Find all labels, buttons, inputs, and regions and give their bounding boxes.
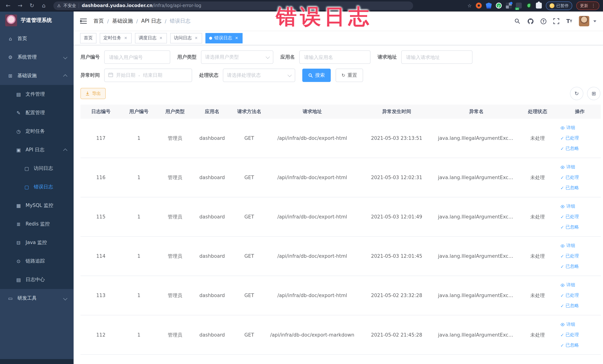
sidebar-item-config-management[interactable]: ✎ 配置管理 (0, 104, 73, 122)
detail-link[interactable]: 详细 (560, 321, 575, 328)
eye-icon (560, 126, 565, 130)
sidebar-item-access-log[interactable]: ▢ 访问日志 (0, 159, 73, 178)
extensions-puzzle-icon[interactable] (536, 3, 542, 9)
bookmark-star-icon[interactable]: ☆ (467, 3, 472, 8)
sidebar-item-trace[interactable]: ⊙ 链路追踪 (0, 252, 73, 270)
check-icon: ✓ (560, 254, 564, 259)
check-icon: ✓ (560, 332, 564, 338)
update-badge[interactable]: 更新⋮ (576, 1, 599, 10)
forward-icon[interactable]: → (16, 1, 24, 10)
avatar-caret-icon[interactable] (593, 20, 596, 22)
extension-on-icon[interactable] (516, 3, 522, 9)
extension-orange-icon[interactable] (476, 3, 482, 9)
extension-shield-icon[interactable] (486, 3, 492, 9)
user-id-label: 用户编号 (81, 54, 100, 60)
help-icon[interactable]: ? (540, 18, 547, 24)
tab-schedule-log[interactable]: 调度日志✕ (135, 33, 167, 43)
close-icon[interactable]: ✕ (234, 36, 239, 40)
sidebar-item-label: 系统管理 (17, 54, 37, 60)
sidebar-item-api-log[interactable]: ▣ API 日志 (0, 141, 73, 159)
detail-link[interactable]: 详细 (560, 243, 575, 249)
not-secure-label: 不安全 (63, 3, 76, 8)
screen: ← → ↻ ⌂ ⚠ 不安全 dashboard.yudao.iocoder.cn… (0, 0, 603, 364)
font-size-icon[interactable]: TT (566, 18, 573, 24)
user-type-select[interactable]: 请选择用户类型 (201, 50, 273, 64)
extension-grid-icon[interactable] (506, 3, 512, 9)
breadcrumb-infrastructure[interactable]: 基础设施 (112, 18, 133, 24)
sidebar-item-mysql-monitor[interactable]: ▦ MySQL 监控 (0, 196, 73, 215)
sidebar-item-system-management[interactable]: ⚙ 系统管理 (0, 48, 73, 66)
processed-link[interactable]: ✓已处理 (560, 135, 579, 141)
sidebar-item-home[interactable]: ⌂ 首页 (0, 29, 73, 48)
request-url-input[interactable] (401, 50, 473, 64)
processed-link[interactable]: ✓已处理 (560, 214, 579, 220)
close-icon[interactable]: ✕ (123, 36, 128, 40)
extension-green-icon[interactable]: y (496, 3, 502, 9)
detail-link[interactable]: 详细 (560, 203, 575, 210)
breadcrumb-api-log[interactable]: API 日志 (141, 18, 162, 24)
search-button[interactable]: 搜索 (302, 69, 331, 82)
reset-button[interactable]: ↻ 重置 (336, 69, 363, 82)
sidebar-item-infrastructure[interactable]: ⊞ 基础设施 (0, 66, 73, 85)
exception-time-range-picker[interactable]: 开始日期 - 结束日期 (104, 69, 192, 82)
cell-user-id: 1 (121, 135, 156, 141)
close-icon[interactable]: ✕ (159, 36, 163, 40)
file-icon: ▤ (16, 91, 22, 97)
back-icon[interactable]: ← (4, 1, 13, 10)
collapse-sidebar-icon[interactable] (80, 17, 88, 25)
detail-link[interactable]: 详细 (560, 282, 575, 288)
app-title: 芋道管理系统 (21, 17, 52, 24)
export-button[interactable]: 导出 (81, 88, 106, 99)
detail-link[interactable]: 详细 (560, 164, 575, 170)
sidebar-item-log-center[interactable]: ▤ 日志中心 (0, 270, 73, 289)
address-bar[interactable]: ⚠ 不安全 dashboard.yudao.iocoder.cn/infra/l… (53, 1, 413, 10)
user-id-input[interactable] (104, 50, 170, 64)
processed-link[interactable]: ✓已处理 (560, 292, 579, 299)
ignored-link[interactable]: ✓已忽略 (560, 224, 579, 230)
tab-scheduled-tasks[interactable]: 定时任务✕ (100, 33, 132, 43)
user-avatar[interactable] (579, 16, 589, 26)
processed-link[interactable]: ✓已处理 (560, 174, 579, 181)
cell-method: GET (231, 253, 268, 259)
ignored-link[interactable]: ✓已忽略 (560, 185, 579, 191)
process-status-select[interactable]: 请选择处理状态 (223, 69, 295, 82)
extension-sprout-icon[interactable] (526, 3, 532, 9)
search-icon[interactable] (514, 18, 521, 24)
ignored-link[interactable]: ✓已忽略 (560, 263, 579, 270)
home-icon[interactable]: ⌂ (39, 1, 48, 10)
paused-badge[interactable]: 已暂停 (546, 1, 572, 10)
detail-link[interactable]: 详细 (560, 125, 575, 131)
ignored-link[interactable]: ✓已忽略 (560, 342, 579, 348)
processed-link[interactable]: ✓已处理 (560, 332, 579, 338)
check-icon: ✓ (560, 175, 564, 180)
ignored-link[interactable]: ✓已忽略 (560, 145, 579, 152)
tab-access-log[interactable]: 访问日志✕ (170, 33, 202, 43)
check-icon: ✓ (560, 146, 564, 151)
app-name-input[interactable] (299, 50, 370, 64)
github-icon[interactable] (527, 18, 534, 24)
reload-icon[interactable]: ↻ (27, 1, 36, 10)
sidebar-item-dev-tools[interactable]: ▭ 研发工具 (0, 289, 73, 307)
refresh-button[interactable]: ↻ (570, 87, 583, 100)
sidebar-item-file-management[interactable]: ▤ 文件管理 (0, 85, 73, 104)
close-icon[interactable]: ✕ (194, 36, 198, 40)
sidebar-item-error-log[interactable]: ▢ 错误日志 (0, 178, 73, 196)
eye-icon (560, 204, 565, 209)
check-icon: ✓ (560, 303, 564, 308)
column-settings-button[interactable]: ⊞ (587, 87, 600, 100)
tab-home[interactable]: 首页 (80, 33, 96, 43)
sidebar-item-redis-monitor[interactable]: ≣ Redis 监控 (0, 215, 73, 233)
sidebar-item-scheduled-tasks[interactable]: ◷ 定时任务 (0, 122, 73, 141)
app-logo-row[interactable]: 芋道管理系统 (0, 12, 73, 29)
breadcrumb-home[interactable]: 首页 (93, 18, 104, 24)
tab-error-log[interactable]: 错误日志✕ (205, 33, 243, 43)
fullscreen-icon[interactable] (553, 18, 560, 24)
cell-log-id: 116 (81, 175, 121, 180)
sidebar-item-java-monitor[interactable]: ⊟ Java 监控 (0, 233, 73, 252)
col-header-exception-name: 异常名 (437, 108, 516, 115)
ignored-link[interactable]: ✓已忽略 (560, 303, 579, 309)
col-header-user-type: 用户类型 (156, 108, 194, 115)
col-header-log-id: 日志编号 (81, 108, 121, 115)
kebab-menu-icon[interactable]: ⋮ (591, 3, 596, 8)
processed-link[interactable]: ✓已处理 (560, 253, 579, 259)
